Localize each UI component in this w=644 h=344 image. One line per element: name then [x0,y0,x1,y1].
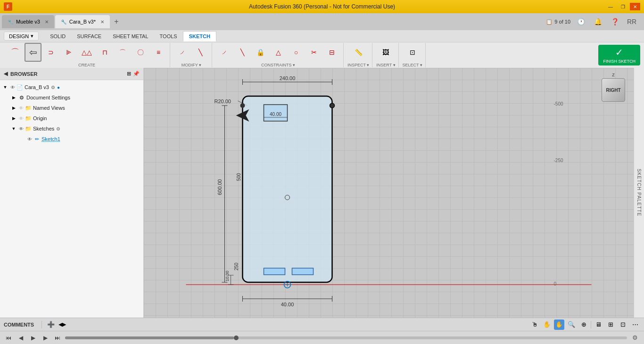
circle-c-tool[interactable]: ○ [288,43,305,62]
zoom-window-button[interactable]: 🔍 [566,319,577,330]
trim-tool[interactable]: ⇦ [25,43,41,62]
view-cube-z-label: Z [612,73,615,77]
tabbar-right: 📋 9 of 10 🕐 🔔 ❓ RR [542,15,642,28]
menu-tab-solid[interactable]: SOLID [44,31,71,41]
design-label: DESIGN [9,33,29,39]
timeline-bar[interactable] [65,336,627,339]
scale-tool[interactable]: ╲ [192,43,209,62]
root-gear-icon[interactable]: ⚙ [51,85,55,90]
minimize-button[interactable]: — [605,3,616,10]
root-dot-icon[interactable]: ● [57,85,60,90]
zoom-fit-button[interactable]: ⊕ [578,319,589,330]
tab-cara[interactable]: 🔧 Cara_B v3* ✕ [55,15,110,28]
next-button[interactable]: ▶ [41,333,50,343]
fillet-tool[interactable]: ⌒ [114,43,131,62]
named-views-eye-icon[interactable]: 👁 [19,106,24,111]
dashes-tool[interactable]: ≡ [150,43,167,62]
offset-tool[interactable]: ⊃ [42,43,59,62]
origin-toggle-icon[interactable]: ▶ [10,115,17,122]
named-views-toggle-icon[interactable]: ▶ [10,105,17,111]
coincident-icon: ⟋ [221,49,228,56]
coincident-tool[interactable]: ⟋ [216,43,233,62]
orbit-tool-button[interactable]: ✋ [554,319,564,330]
origin-eye-icon[interactable]: 👁 [19,116,24,121]
timeline-handle[interactable] [234,336,239,340]
ellipse-tool[interactable]: 〇 [132,43,149,62]
split-tool[interactable]: ⊟ [323,43,340,62]
clock-icon[interactable]: 🕐 [574,15,587,28]
sketch1-eye-icon[interactable]: 👁 [27,137,32,142]
doc-settings-gear-icon: ⚙ [18,94,25,101]
browser-item-doc-settings[interactable]: ▶ ⚙ Document Settings [0,92,143,103]
constraints-label: CONSTRAINTS ▾ [261,63,295,67]
measure-tool[interactable]: 📏 [350,43,367,62]
browser-expand-icon[interactable]: ⊞ [127,71,131,77]
tab-close-cara[interactable]: ✕ [100,19,104,25]
end-button[interactable]: ⏭ [53,333,62,343]
select-tool[interactable]: ⊡ [404,43,421,62]
close-button[interactable]: ✕ [630,3,640,10]
view-cube-face[interactable]: RIGHT [602,78,625,102]
browser-item-sketch1[interactable]: 👁 ✏ Sketch1 [0,134,143,144]
scissors-tool[interactable]: ✂ [305,43,322,62]
design-button[interactable]: DESIGN ▾ [4,32,39,41]
tab-mueble[interactable]: 🔧 Mueble v3 ✕ [2,15,54,28]
named-views-label: Named Views [33,105,65,111]
help-icon[interactable]: ❓ [608,15,621,28]
browser-item-sketches[interactable]: ▼ 👁 📁 Sketches ⚙ [0,123,143,134]
pan-tool-button[interactable]: ✋ [542,319,552,330]
cursor-tool-button[interactable]: 🖱 [529,319,540,330]
doc-settings-toggle-icon[interactable]: ▶ [10,94,17,101]
pattern-tool[interactable]: ⫸ [60,43,77,62]
root-toggle-icon[interactable]: ▼ [2,84,8,90]
mirror-tool[interactable]: △△ [78,43,95,62]
collinear-tool[interactable]: ╲ [234,43,251,62]
menu-tab-surface[interactable]: SURFACE [71,31,107,41]
grid-button[interactable]: ⊞ [605,319,616,330]
snap-button[interactable]: ⊡ [618,319,628,330]
menu-tab-sketch[interactable]: SKETCH [183,31,216,41]
user-icon[interactable]: RR [625,15,638,28]
browser-item-named-views[interactable]: ▶ 👁 📁 Named Views [0,103,143,113]
view-cube[interactable]: Z RIGHT [597,73,630,110]
sketches-gear-icon[interactable]: ⚙ [56,126,60,131]
move-tool[interactable]: ⟋ [174,43,191,62]
line-tool[interactable]: ⌒ [7,43,24,62]
play-button[interactable]: ▶ [28,333,38,343]
lock-tool[interactable]: 🔒 [252,43,269,62]
prev-button[interactable]: ◀ [16,333,25,343]
triangle-tool[interactable]: △ [270,43,287,62]
browser-item-root[interactable]: ▼ 👁 📄 Cara_B v3 ⚙ ● [0,82,143,92]
tab-close-mueble[interactable]: ✕ [45,19,49,25]
titlebar: F Autodesk Fusion 360 (Personal - Not fo… [0,0,644,13]
browser-pin-icon[interactable]: 📌 [133,71,140,77]
finish-sketch-button[interactable]: ✓ FINISH SKETCH [598,45,640,66]
viewport[interactable]: 240.00 R20.00 600.00 500 40.00 [144,68,634,318]
root-eye-icon[interactable]: 👁 [10,85,15,90]
notification-icon[interactable]: 🔔 [591,15,604,28]
sketches-toggle-icon[interactable]: ▼ [10,125,17,132]
menu-tab-tools[interactable]: TOOLS [154,31,183,41]
display-settings-button[interactable]: 🖥 [593,319,603,330]
add-comment-button[interactable]: ➕ [46,319,56,330]
rewind-button[interactable]: ⏮ [4,333,13,343]
collapse-browser-button[interactable]: ◀▶ [57,319,67,330]
browser-item-origin[interactable]: ▶ 👁 📁 Origin [0,113,143,123]
more-tools-button[interactable]: ⋯ [630,319,640,330]
menu-tab-sheetmetal[interactable]: SHEET METAL [107,31,154,41]
timeline-settings-button[interactable]: ⚙ [630,333,640,343]
modify-tools: ⟋ ╲ [174,43,209,62]
sketches-eye-icon[interactable]: 👁 [19,126,24,131]
sketches-folder-icon: 📁 [25,125,32,132]
svg-rect-7 [243,96,332,282]
svg-rect-20 [292,268,314,275]
rect-tool[interactable]: ⊓ [96,43,113,62]
fillet-icon: ⌒ [119,49,126,56]
select-tools: ⊡ [404,43,421,62]
origin-folder-icon: 📁 [25,115,32,122]
insert-image-tool[interactable]: 🖼 [377,43,394,62]
restore-button[interactable]: ❐ [618,3,628,10]
create-label: CREATE [78,63,95,67]
sketch-palette[interactable]: SKETCH PALETTE [634,68,644,318]
new-tab-button[interactable]: + [111,16,122,27]
